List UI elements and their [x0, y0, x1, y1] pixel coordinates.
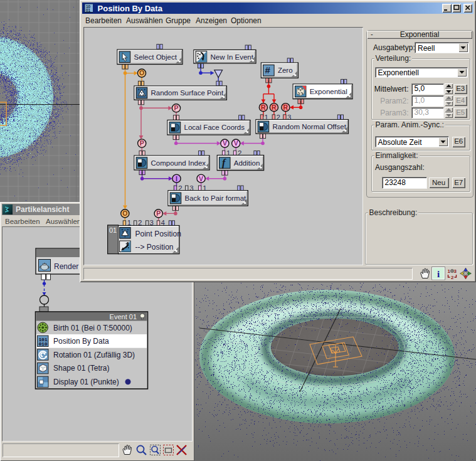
- svg-text:010: 010: [39, 341, 48, 347]
- svg-text:Event 01: Event 01: [110, 313, 137, 321]
- svg-text:New In Event: New In Event: [211, 53, 254, 61]
- svg-text:2: 2: [451, 275, 454, 280]
- svg-text:Birth 01 (Bei 0 T:50000): Birth 01 (Bei 0 T:50000): [53, 324, 132, 332]
- svg-text:V: V: [223, 139, 227, 147]
- svg-text:V: V: [199, 175, 203, 183]
- svg-text:P: P: [156, 209, 161, 217]
- svg-text:01: 01: [109, 226, 117, 234]
- svg-text:Select Object: Select Object: [134, 53, 177, 61]
- svg-text:Rotation 01 (Zufällig 3D): Rotation 01 (Zufällig 3D): [53, 351, 135, 359]
- svg-text:Back to Pair format: Back to Pair format: [185, 194, 247, 202]
- svg-text:I: I: [176, 175, 177, 183]
- svg-text:P: P: [140, 139, 144, 147]
- svg-text:Display 01 (Punkte): Display 01 (Punkte): [53, 378, 119, 386]
- svg-text:Zero: Zero: [278, 66, 293, 74]
- svg-text:V: V: [234, 139, 238, 147]
- svg-text:Position By Data: Position By Data: [53, 337, 109, 346]
- svg-text:Compound Index: Compound Index: [151, 159, 206, 167]
- svg-text:R: R: [261, 103, 266, 111]
- svg-text:Addition: Addition: [234, 159, 260, 167]
- svg-text:Point Position: Point Position: [135, 230, 181, 238]
- svg-text:Exponential: Exponential: [310, 88, 347, 95]
- svg-text:Local Face Coords: Local Face Coords: [184, 124, 245, 131]
- svg-text:O: O: [122, 209, 127, 217]
- svg-text:Random Normal Offset: Random Normal Offset: [273, 123, 347, 130]
- svg-text:1: 1: [448, 268, 451, 274]
- svg-text:01: 01: [86, 8, 91, 13]
- svg-text:Shape 01 (Tetra): Shape 01 (Tetra): [53, 364, 109, 373]
- svg-text:P: P: [174, 104, 178, 112]
- svg-text:O: O: [139, 69, 144, 77]
- svg-text:R: R: [283, 103, 288, 111]
- svg-text:3: 3: [454, 268, 457, 274]
- svg-text:R: R: [272, 103, 277, 111]
- svg-text:--> Position: --> Position: [135, 243, 174, 252]
- svg-text:Random Surface Point: Random Surface Point: [151, 89, 225, 97]
- svg-text:i: i: [437, 269, 440, 279]
